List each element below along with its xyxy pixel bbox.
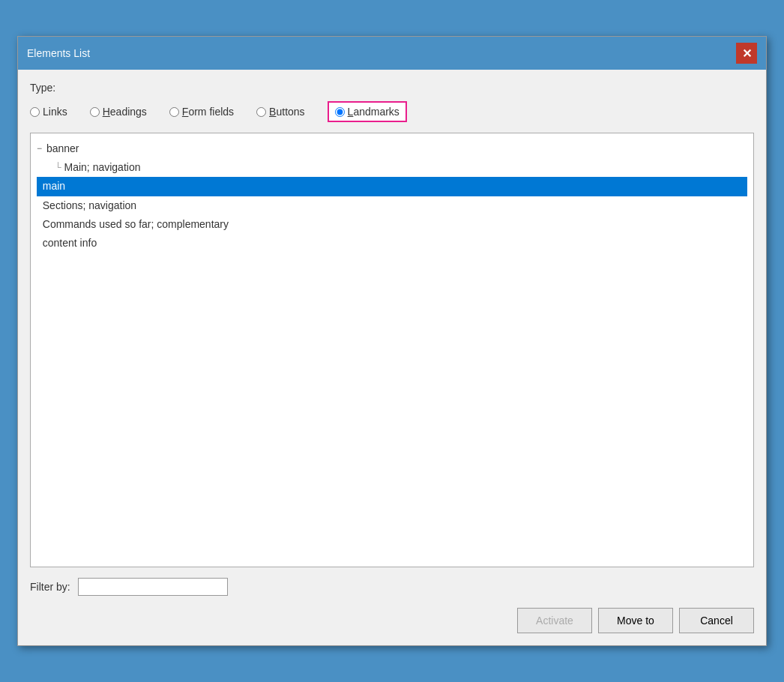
dialog-body: Type: Links Headings Form fields Buttons [18, 70, 766, 645]
elements-list-dialog: Elements List ✕ Type: Links Headings For… [17, 36, 767, 646]
radio-formfields-input[interactable] [169, 107, 179, 117]
list-item[interactable]: main [37, 177, 747, 196]
move-to-button[interactable]: Move to [598, 608, 673, 633]
list-item[interactable]: − banner [37, 139, 747, 158]
elements-list[interactable]: − banner └ Main; navigation main Section… [30, 133, 754, 567]
activate-button[interactable]: Activate [517, 608, 592, 633]
radio-headings[interactable]: Headings [90, 106, 147, 118]
button-row: Activate Move to Cancel [30, 608, 754, 633]
filter-label: Filter by: [30, 581, 70, 593]
list-item[interactable]: └ Main; navigation [37, 158, 747, 177]
cancel-button[interactable]: Cancel [679, 608, 754, 633]
type-label: Type: [30, 82, 754, 94]
filter-row: Filter by: [30, 578, 754, 596]
radio-links-label: Links [43, 106, 67, 118]
list-item[interactable]: Commands used so far; complementary [37, 215, 747, 234]
radio-formfields-label: Form fields [182, 106, 234, 118]
dialog-title: Elements List [27, 47, 90, 59]
expand-icon: − [37, 141, 42, 157]
close-button[interactable]: ✕ [736, 43, 757, 64]
radio-group: Links Headings Form fields Buttons Landm… [30, 101, 754, 122]
radio-links-input[interactable] [30, 107, 40, 117]
radio-buttons-label: Buttons [269, 106, 304, 118]
list-item[interactable]: content info [37, 234, 747, 253]
radio-links[interactable]: Links [30, 106, 67, 118]
radio-landmarks-label: Landmarks [348, 106, 399, 118]
radio-buttons-input[interactable] [256, 107, 266, 117]
radio-headings-input[interactable] [90, 107, 100, 117]
radio-headings-label: Headings [103, 106, 147, 118]
list-item[interactable]: Sections; navigation [37, 196, 747, 215]
radio-landmarks-input[interactable] [335, 107, 345, 117]
radio-formfields[interactable]: Form fields [169, 106, 234, 118]
radio-landmarks[interactable]: Landmarks [328, 101, 407, 122]
tree-connector-icon: └ [55, 160, 61, 176]
radio-buttons[interactable]: Buttons [256, 106, 304, 118]
filter-input[interactable] [78, 578, 228, 596]
title-bar: Elements List ✕ [18, 37, 766, 70]
